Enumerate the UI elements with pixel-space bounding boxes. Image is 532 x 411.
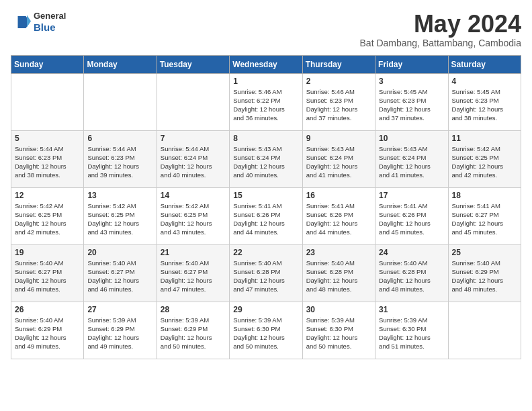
calendar-cell: 15Sunrise: 5:41 AMSunset: 6:26 PMDayligh… [230,187,302,244]
day-number: 24 [379,248,444,257]
day-info: Sunrise: 5:40 AMSunset: 6:28 PMDaylight:… [233,259,298,294]
calendar-week-row: 26Sunrise: 5:40 AMSunset: 6:29 PMDayligh… [11,302,521,359]
day-info: Sunrise: 5:40 AMSunset: 6:29 PMDaylight:… [15,316,80,351]
day-number: 10 [379,134,444,143]
calendar-cell: 9Sunrise: 5:43 AMSunset: 6:24 PMDaylight… [302,130,375,187]
day-number: 12 [15,191,80,200]
day-info: Sunrise: 5:41 AMSunset: 6:27 PMDaylight:… [452,201,517,237]
day-info: Sunrise: 5:40 AMSunset: 6:27 PMDaylight:… [15,259,80,294]
day-info: Sunrise: 5:40 AMSunset: 6:28 PMDaylight:… [306,259,371,294]
day-number: 31 [379,305,444,314]
day-number: 19 [15,248,80,257]
calendar-cell: 13Sunrise: 5:42 AMSunset: 6:25 PMDayligh… [84,187,157,244]
day-number: 16 [306,191,371,200]
calendar-cell: 30Sunrise: 5:39 AMSunset: 6:30 PMDayligh… [302,302,375,359]
day-number: 22 [233,248,298,257]
day-number: 26 [15,305,80,314]
day-info: Sunrise: 5:42 AMSunset: 6:25 PMDaylight:… [161,201,226,237]
calendar-cell: 23Sunrise: 5:40 AMSunset: 6:28 PMDayligh… [302,244,375,302]
day-number: 1 [233,77,298,86]
calendar-cell: 24Sunrise: 5:40 AMSunset: 6:28 PMDayligh… [375,244,448,302]
page-header: General Blue May 2024 Bat Dambang, Batta… [11,11,521,48]
day-info: Sunrise: 5:46 AMSunset: 6:23 PMDaylight:… [306,87,371,123]
day-info: Sunrise: 5:40 AMSunset: 6:29 PMDaylight:… [452,259,517,294]
general-blue-logo-icon [11,12,31,32]
day-of-week-header: Thursday [302,55,375,73]
day-number: 8 [233,134,298,143]
calendar-cell: 7Sunrise: 5:44 AMSunset: 6:24 PMDaylight… [157,130,229,187]
day-info: Sunrise: 5:39 AMSunset: 6:30 PMDaylight:… [306,316,371,351]
day-of-week-header: Tuesday [157,55,229,73]
day-info: Sunrise: 5:39 AMSunset: 6:29 PMDaylight:… [87,316,152,351]
day-info: Sunrise: 5:39 AMSunset: 6:29 PMDaylight:… [161,316,226,351]
month-title: May 2024 [360,11,521,38]
calendar-cell: 4Sunrise: 5:45 AMSunset: 6:23 PMDaylight… [448,73,521,130]
calendar-cell: 14Sunrise: 5:42 AMSunset: 6:25 PMDayligh… [157,187,229,244]
calendar-cell: 25Sunrise: 5:40 AMSunset: 6:29 PMDayligh… [448,244,521,302]
logo-blue-text: Blue [34,21,66,34]
calendar-cell: 8Sunrise: 5:43 AMSunset: 6:24 PMDaylight… [230,130,302,187]
day-number: 6 [87,134,152,143]
day-number: 3 [379,77,444,86]
day-number: 2 [306,77,371,86]
calendar-cell [448,302,521,359]
day-info: Sunrise: 5:40 AMSunset: 6:28 PMDaylight:… [379,259,444,294]
day-info: Sunrise: 5:42 AMSunset: 6:25 PMDaylight:… [87,201,152,237]
calendar-cell: 28Sunrise: 5:39 AMSunset: 6:29 PMDayligh… [157,302,229,359]
calendar-cell: 1Sunrise: 5:46 AMSunset: 6:22 PMDaylight… [230,73,302,130]
calendar-cell: 26Sunrise: 5:40 AMSunset: 6:29 PMDayligh… [11,302,84,359]
calendar-cell: 12Sunrise: 5:42 AMSunset: 6:25 PMDayligh… [11,187,84,244]
day-number: 21 [161,248,226,257]
day-number: 18 [452,191,517,200]
calendar-cell: 3Sunrise: 5:45 AMSunset: 6:23 PMDaylight… [375,73,448,130]
calendar-header-row: SundayMondayTuesdayWednesdayThursdayFrid… [11,55,521,73]
day-number: 27 [87,305,152,314]
calendar-table: SundayMondayTuesdayWednesdayThursdayFrid… [11,55,521,359]
calendar-cell: 19Sunrise: 5:40 AMSunset: 6:27 PMDayligh… [11,244,84,302]
calendar-cell: 10Sunrise: 5:43 AMSunset: 6:24 PMDayligh… [375,130,448,187]
day-of-week-header: Sunday [11,55,84,73]
day-info: Sunrise: 5:41 AMSunset: 6:26 PMDaylight:… [306,201,371,237]
day-info: Sunrise: 5:39 AMSunset: 6:30 PMDaylight:… [233,316,298,351]
day-number: 4 [452,77,517,86]
day-of-week-header: Monday [84,55,157,73]
day-number: 28 [161,305,226,314]
calendar-cell: 17Sunrise: 5:41 AMSunset: 6:26 PMDayligh… [375,187,448,244]
day-number: 7 [161,134,226,143]
logo: General Blue [11,11,66,34]
calendar-cell: 31Sunrise: 5:39 AMSunset: 6:30 PMDayligh… [375,302,448,359]
svg-marker-1 [27,15,31,27]
day-of-week-header: Saturday [448,55,521,73]
location-subtitle: Bat Dambang, Battambang, Cambodia [360,38,521,48]
calendar-cell: 2Sunrise: 5:46 AMSunset: 6:23 PMDaylight… [302,73,375,130]
day-info: Sunrise: 5:39 AMSunset: 6:30 PMDaylight:… [379,316,444,351]
calendar-cell: 11Sunrise: 5:42 AMSunset: 6:25 PMDayligh… [448,130,521,187]
day-info: Sunrise: 5:42 AMSunset: 6:25 PMDaylight:… [452,144,517,180]
day-of-week-header: Wednesday [230,55,302,73]
day-info: Sunrise: 5:43 AMSunset: 6:24 PMDaylight:… [233,144,298,180]
calendar-week-row: 5Sunrise: 5:44 AMSunset: 6:23 PMDaylight… [11,130,521,187]
day-info: Sunrise: 5:44 AMSunset: 6:23 PMDaylight:… [15,144,80,180]
day-number: 11 [452,134,517,143]
day-info: Sunrise: 5:41 AMSunset: 6:26 PMDaylight:… [379,201,444,237]
day-number: 14 [161,191,226,200]
day-info: Sunrise: 5:45 AMSunset: 6:23 PMDaylight:… [379,87,444,123]
day-number: 20 [87,248,152,257]
day-number: 15 [233,191,298,200]
day-number: 30 [306,305,371,314]
calendar-cell: 20Sunrise: 5:40 AMSunset: 6:27 PMDayligh… [84,244,157,302]
day-number: 9 [306,134,371,143]
calendar-cell [11,73,84,130]
calendar-cell [157,73,229,130]
day-info: Sunrise: 5:44 AMSunset: 6:24 PMDaylight:… [161,144,226,180]
day-number: 13 [87,191,152,200]
calendar-cell: 27Sunrise: 5:39 AMSunset: 6:29 PMDayligh… [84,302,157,359]
calendar-cell: 21Sunrise: 5:40 AMSunset: 6:27 PMDayligh… [157,244,229,302]
day-info: Sunrise: 5:45 AMSunset: 6:23 PMDaylight:… [452,87,517,123]
day-info: Sunrise: 5:43 AMSunset: 6:24 PMDaylight:… [379,144,444,180]
day-info: Sunrise: 5:43 AMSunset: 6:24 PMDaylight:… [306,144,371,180]
calendar-week-row: 19Sunrise: 5:40 AMSunset: 6:27 PMDayligh… [11,244,521,302]
day-number: 29 [233,305,298,314]
day-info: Sunrise: 5:40 AMSunset: 6:27 PMDaylight:… [87,259,152,294]
calendar-cell: 18Sunrise: 5:41 AMSunset: 6:27 PMDayligh… [448,187,521,244]
